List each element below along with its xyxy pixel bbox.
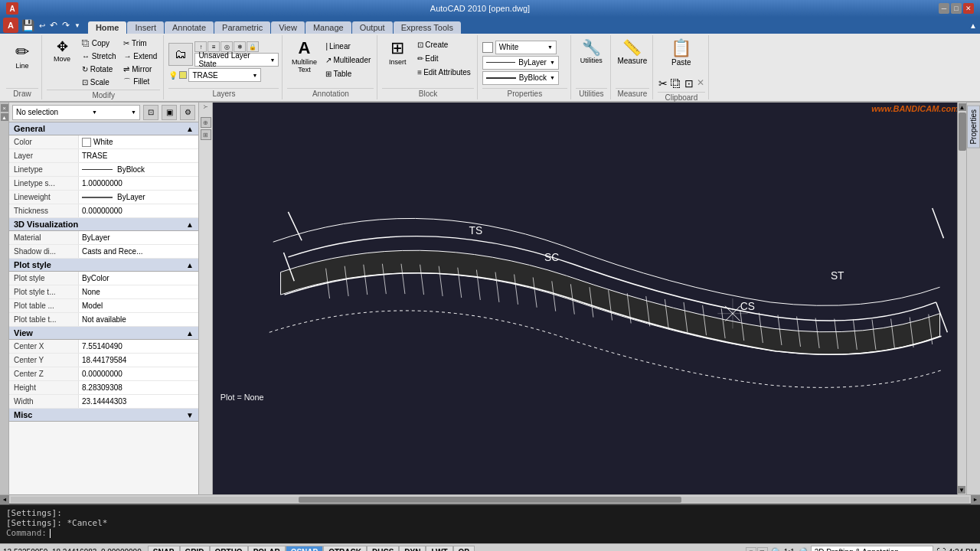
section-plot-toggle[interactable]: ▲ [186, 261, 194, 269]
layer-match[interactable]: ≡ [207, 41, 220, 52]
select-all-btn[interactable]: ▣ [162, 105, 177, 120]
tab-home[interactable]: Home [88, 21, 127, 34]
props-settings-btn[interactable]: ⚙ [180, 105, 195, 120]
linear-dim-btn[interactable]: | Linear [322, 40, 374, 52]
lwt-btn[interactable]: LWT [426, 546, 452, 552]
qa-undo[interactable]: ↶ [48, 20, 59, 31]
layer-isolate[interactable]: ◎ [220, 41, 233, 52]
current-layer-dropdown[interactable]: TRASE [188, 68, 261, 82]
section-misc-toggle[interactable]: ▼ [186, 411, 194, 419]
hscroll-right-btn[interactable]: ► [971, 495, 980, 504]
section-3d-toggle[interactable]: ▲ [186, 220, 194, 229]
qp-btn[interactable]: QP [453, 546, 475, 552]
lineweight-dropdown[interactable]: ByBlock [482, 71, 559, 85]
insert-block-btn[interactable]: ⊞ Insert [382, 37, 413, 81]
tab-express-tools[interactable]: Express Tools [394, 21, 461, 34]
roll-up-btn[interactable]: ▲ [1, 113, 8, 121]
minimize-button[interactable]: ─ [939, 3, 949, 14]
trim-tool[interactable]: ✂ Trim [120, 37, 160, 49]
qa-redo[interactable]: ↷ [60, 20, 71, 31]
linetype-dropdown[interactable]: ByLayer [482, 56, 559, 70]
qa-open[interactable]: ↩ [38, 21, 47, 30]
drawing-canvas-area[interactable]: www.BANDICAM.com [213, 103, 966, 494]
copy-btn[interactable]: ⿻ [670, 77, 682, 90]
layout1-btn[interactable]: ▣ [757, 547, 768, 552]
stretch-tool[interactable]: ↔ Stretch [79, 50, 119, 62]
close-button[interactable]: ✕ [963, 3, 974, 14]
utilities-btn[interactable]: 🔧 Utilities [576, 37, 606, 77]
section-view-header[interactable]: View ▲ [9, 327, 198, 340]
zoom-out-btn[interactable]: 🔍 [771, 547, 782, 552]
ortho-btn[interactable]: ORTHO [210, 546, 248, 552]
snap-btn-2[interactable]: ⊞ [201, 129, 211, 140]
cut-btn[interactable]: ✂ [658, 77, 668, 90]
multileader-btn[interactable]: ↗ Multileader [322, 54, 374, 66]
fullscreen-btn[interactable]: ⛶ [936, 547, 946, 552]
dyn-btn[interactable]: DYN [399, 546, 426, 552]
section-plot-header[interactable]: Plot style ▲ [9, 259, 198, 272]
tab-annotate[interactable]: Annotate [165, 21, 214, 34]
section-3d-header[interactable]: 3D Visualization ▲ [9, 218, 198, 231]
layer-properties-btn[interactable]: 🗂 [168, 43, 193, 66]
hscroll-thumb[interactable] [299, 497, 682, 503]
maximize-button[interactable]: □ [951, 3, 962, 14]
extend-tool[interactable]: → Extend [120, 50, 160, 62]
mirror-tool[interactable]: ⇌ Mirror [120, 63, 160, 75]
line-tool[interactable]: ✏ Line [6, 41, 38, 83]
polar-btn[interactable]: POLAR [248, 546, 286, 552]
tab-parametric[interactable]: Parametric [214, 21, 270, 34]
move-tool[interactable]: ✥ Move [47, 37, 77, 77]
ribbon-minimize[interactable]: ▲ [969, 21, 977, 30]
qa-dropdown[interactable]: ▼ [73, 22, 82, 29]
vscroll-up-btn[interactable]: ▲ [959, 103, 966, 111]
section-general-header[interactable]: General ▲ [9, 122, 198, 135]
layer-freeze[interactable]: ❄ [234, 41, 246, 52]
close-clipboard[interactable]: ✕ [696, 77, 705, 90]
cmdline-input[interactable]: Command: [6, 528, 974, 538]
multiline-text-btn[interactable]: A Multiline Text [287, 37, 321, 81]
osnap-btn[interactable]: OSNAP [286, 546, 324, 552]
section-misc-header[interactable]: Misc ▼ [9, 409, 198, 422]
tab-manage[interactable]: Manage [305, 21, 351, 34]
autocad-logo[interactable]: A [3, 18, 18, 33]
copy-tool[interactable]: ⿻ Copy [79, 37, 119, 49]
scale-tool[interactable]: ⊡ Scale [79, 76, 119, 88]
layer-lock[interactable]: 🔒 [247, 41, 259, 52]
section-view-toggle[interactable]: ▲ [186, 329, 194, 337]
tab-output[interactable]: Output [352, 21, 393, 34]
ducs-btn[interactable]: DUCS [367, 546, 399, 552]
fillet-tool[interactable]: ⌒ Fillet [120, 76, 160, 88]
tab-view[interactable]: View [271, 21, 305, 34]
horizontal-scrollbar[interactable]: ◄ ► [0, 494, 980, 504]
properties-vertical-tab[interactable]: Properties [967, 106, 980, 148]
panel-toggle-btn[interactable]: × [1, 104, 8, 112]
layer-on-off[interactable]: 💡 [168, 71, 178, 80]
qa-new[interactable]: 💾 [20, 19, 36, 31]
section-general-toggle[interactable]: ▲ [186, 125, 194, 133]
selection-dropdown[interactable]: No selection ▼ [12, 105, 140, 120]
make-current-layer[interactable]: ↑ [194, 41, 207, 52]
edit-block-btn[interactable]: ✏ Edit [414, 52, 474, 64]
right-properties-tab[interactable]: Properties [966, 103, 980, 494]
workspace-dropdown[interactable]: 2D Drafting & Annotation [811, 546, 933, 552]
rotate-tool[interactable]: ↻ Rotate [79, 63, 119, 75]
paste-btn[interactable]: 📋 Paste [665, 37, 698, 75]
layer-state-dropdown[interactable]: Unsaved Layer State [194, 53, 279, 67]
quick-select-btn[interactable]: ⊡ [143, 105, 158, 120]
otrack-btn[interactable]: OTRACK [323, 546, 367, 552]
color-dropdown[interactable]: White [495, 41, 557, 54]
table-btn[interactable]: ⊞ Table [322, 67, 374, 80]
hscroll-left-btn[interactable]: ◄ [0, 495, 9, 504]
model-btn[interactable]: □ [746, 547, 756, 552]
vscroll-thumb[interactable] [959, 112, 966, 151]
tab-insert[interactable]: Insert [127, 21, 164, 34]
snap-btn-1[interactable]: ⊕ [201, 117, 211, 128]
hscroll-track[interactable] [11, 497, 969, 503]
edit-attributes-btn[interactable]: ≡ Edit Attributes [414, 66, 474, 78]
vertical-scrollbar[interactable]: ▲ ▼ [957, 103, 966, 494]
grid-btn[interactable]: GRID [180, 546, 210, 552]
matchprop-btn[interactable]: ⊡ [684, 77, 694, 90]
create-block-btn[interactable]: ⊡ Create [414, 38, 474, 51]
measure-btn[interactable]: 📏 Measure [616, 37, 649, 81]
snap-btn[interactable]: SNAP [148, 546, 180, 552]
